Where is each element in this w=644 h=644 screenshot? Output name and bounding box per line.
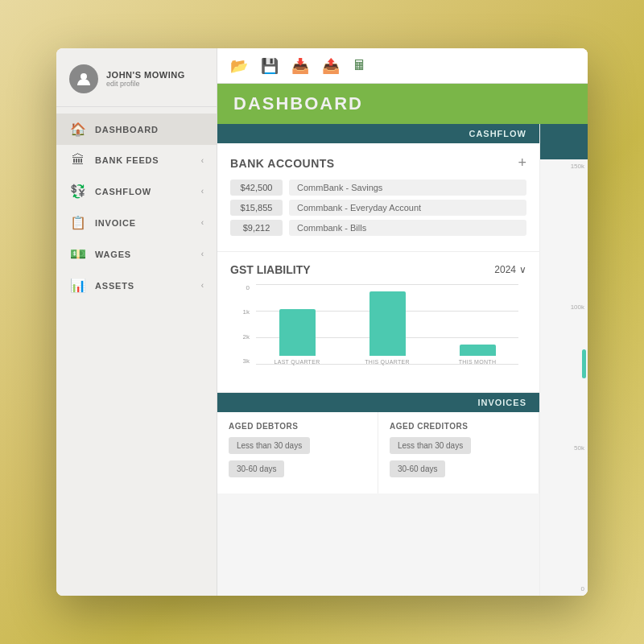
bar-this-quarter-fill bbox=[369, 291, 406, 356]
right-y-label-150k: 150k bbox=[571, 163, 584, 170]
aged-debtors-card: AGED DEBTORS Less than 30 days 30-60 day… bbox=[217, 412, 378, 493]
gst-liability-card: GST LIABILITY 2024 ∨ 3k 2k 1k bbox=[217, 252, 539, 393]
right-y-label-50k: 50k bbox=[574, 444, 584, 452]
cashflow-label: CASHFLOW bbox=[469, 129, 526, 138]
nav-label-dashboard: DASHBOARD bbox=[95, 125, 204, 134]
nav-label-assets: ASSETS bbox=[95, 281, 193, 291]
sidebar-item-wages[interactable]: 💵 WAGES ‹ bbox=[56, 238, 217, 270]
cashflow-icon: 💱 bbox=[69, 184, 87, 199]
chevron-icon: ‹ bbox=[201, 187, 204, 196]
right-y-label-100k: 100k bbox=[571, 303, 584, 311]
gst-chart: 3k 2k 1k 0 bbox=[230, 284, 526, 381]
bottom-cards: AGED DEBTORS Less than 30 days 30-60 day… bbox=[217, 412, 539, 493]
y-label-3k: 3k bbox=[230, 357, 250, 365]
aged-debtors-title: AGED DEBTORS bbox=[229, 422, 366, 431]
aged-debtors-tag-2[interactable]: 30-60 days bbox=[229, 460, 284, 477]
bank-name-1: CommBank - Savings bbox=[289, 180, 526, 196]
sidebar-item-cashflow[interactable]: 💱 CASHFLOW ‹ bbox=[56, 175, 217, 207]
aged-creditors-tag-2[interactable]: 30-60 days bbox=[390, 460, 445, 477]
invoices-section-header: INVOICES bbox=[217, 393, 539, 412]
y-axis: 3k 2k 1k 0 bbox=[230, 284, 253, 365]
chart-bars: LAST QUARTER THIS QUARTER THIS MONTH bbox=[256, 284, 518, 365]
bar-last-quarter: LAST QUARTER bbox=[256, 309, 338, 365]
right-panel: 150k 100k 50k 0 bbox=[539, 124, 588, 596]
sidebar-nav: 🏠 DASHBOARD 🏛 BANK FEEDS ‹ 💱 CASHFLOW ‹ … bbox=[56, 107, 217, 301]
app-window: JOHN'S MOWING edit profile 🏠 DASHBOARD 🏛… bbox=[56, 48, 588, 596]
assets-icon: 📊 bbox=[69, 278, 87, 293]
nav-label-bank-feeds: BANK FEEDS bbox=[95, 155, 193, 165]
aged-debtors-tag-row: Less than 30 days bbox=[229, 437, 366, 457]
gst-year-label: 2024 bbox=[494, 264, 516, 275]
right-y-label-0: 0 bbox=[581, 585, 584, 592]
gst-chevron-icon: ∨ bbox=[519, 264, 526, 275]
bank-icon: 🏛 bbox=[69, 153, 87, 167]
calculator-icon[interactable]: 🖩 bbox=[353, 57, 367, 74]
bank-amount-3: $9,212 bbox=[230, 220, 283, 236]
bank-account-row: $42,500 CommBank - Savings bbox=[230, 180, 526, 196]
bank-accounts-title: BANK ACCOUNTS bbox=[230, 157, 335, 170]
aged-creditors-tag-1[interactable]: Less than 30 days bbox=[390, 437, 471, 454]
main-panel: CASHFLOW BANK ACCOUNTS + $42,500 CommBan… bbox=[217, 124, 539, 596]
profile-name: JOHN'S MOWING bbox=[106, 70, 185, 80]
bar-last-quarter-fill bbox=[279, 309, 316, 356]
y-label-1k: 1k bbox=[230, 308, 250, 316]
bar-this-month: THIS MONTH bbox=[436, 345, 518, 365]
nav-label-cashflow: CASHFLOW bbox=[95, 187, 193, 196]
page-header: DASHBOARD bbox=[217, 84, 588, 124]
bar-this-month-label: THIS MONTH bbox=[459, 359, 497, 365]
aged-creditors-tag-row: Less than 30 days bbox=[390, 437, 527, 457]
bar-this-month-fill bbox=[460, 345, 496, 356]
aged-creditors-card: AGED CREDITORS Less than 30 days 30-60 d… bbox=[378, 412, 539, 493]
avatar bbox=[69, 64, 98, 93]
cashflow-section-header: CASHFLOW bbox=[217, 124, 539, 143]
bank-accounts-card: BANK ACCOUNTS + $42,500 CommBank - Savin… bbox=[217, 143, 539, 252]
folder-open-icon[interactable]: 📂 bbox=[230, 57, 248, 75]
bank-amount-1: $42,500 bbox=[230, 180, 283, 196]
nav-label-wages: WAGES bbox=[95, 250, 193, 259]
toolbar: 📂 💾 📥 📤 🖩 bbox=[217, 48, 588, 84]
page-title: DASHBOARD bbox=[233, 93, 572, 114]
right-panel-chart-labels: 150k 100k 50k 0 bbox=[540, 159, 588, 596]
sidebar-item-dashboard[interactable]: 🏠 DASHBOARD bbox=[56, 114, 217, 145]
sidebar-profile: JOHN'S MOWING edit profile bbox=[56, 48, 217, 107]
download-icon[interactable]: 📥 bbox=[291, 57, 309, 75]
profile-info: JOHN'S MOWING edit profile bbox=[106, 70, 185, 88]
edit-profile-link[interactable]: edit profile bbox=[106, 80, 185, 88]
gst-title: GST LIABILITY bbox=[230, 263, 311, 276]
invoice-icon: 📋 bbox=[69, 215, 87, 230]
aged-creditors-tag-row-2: 30-60 days bbox=[390, 460, 527, 481]
bank-name-2: Commbank - Everyday Account bbox=[289, 200, 526, 216]
add-account-button[interactable]: + bbox=[518, 155, 526, 171]
wages-icon: 💵 bbox=[69, 246, 87, 262]
bar-last-quarter-label: LAST QUARTER bbox=[274, 359, 320, 365]
right-panel-cashflow-header bbox=[540, 124, 588, 159]
main-content: 📂 💾 📥 📤 🖩 DASHBOARD CASHFLOW BANK ACCOUN… bbox=[217, 48, 588, 596]
upload-icon[interactable]: 📤 bbox=[322, 57, 340, 75]
gst-year-selector[interactable]: 2024 ∨ bbox=[494, 264, 526, 275]
chevron-icon: ‹ bbox=[201, 250, 204, 258]
bar-this-quarter: THIS QUARTER bbox=[346, 291, 428, 365]
aged-debtors-tag-row-2: 30-60 days bbox=[229, 460, 366, 481]
sidebar: JOHN'S MOWING edit profile 🏠 DASHBOARD 🏛… bbox=[56, 48, 217, 596]
aged-creditors-title: AGED CREDITORS bbox=[390, 422, 527, 431]
bank-amount-2: $15,855 bbox=[230, 200, 283, 216]
scroll-indicator[interactable] bbox=[582, 349, 586, 378]
invoices-label: INVOICES bbox=[477, 398, 526, 407]
bar-this-quarter-label: THIS QUARTER bbox=[365, 359, 410, 365]
home-icon: 🏠 bbox=[69, 122, 87, 137]
nav-label-invoice: INVOICE bbox=[95, 218, 193, 228]
chevron-icon: ‹ bbox=[201, 156, 204, 165]
sidebar-item-assets[interactable]: 📊 ASSETS ‹ bbox=[56, 270, 217, 301]
bank-account-row: $9,212 Commbank - Bills bbox=[230, 220, 526, 236]
chevron-icon: ‹ bbox=[201, 218, 204, 227]
sidebar-item-invoice[interactable]: 📋 INVOICE ‹ bbox=[56, 207, 217, 238]
aged-debtors-tag-1[interactable]: Less than 30 days bbox=[229, 437, 310, 454]
save-icon[interactable]: 💾 bbox=[261, 57, 279, 75]
bank-accounts-header: BANK ACCOUNTS + bbox=[230, 155, 526, 171]
bank-account-row: $15,855 Commbank - Everyday Account bbox=[230, 200, 526, 216]
y-label-2k: 2k bbox=[230, 333, 250, 341]
svg-point-0 bbox=[80, 73, 87, 80]
gst-header: GST LIABILITY 2024 ∨ bbox=[230, 263, 526, 276]
chevron-icon: ‹ bbox=[201, 281, 204, 290]
sidebar-item-bank-feeds[interactable]: 🏛 BANK FEEDS ‹ bbox=[56, 145, 217, 175]
